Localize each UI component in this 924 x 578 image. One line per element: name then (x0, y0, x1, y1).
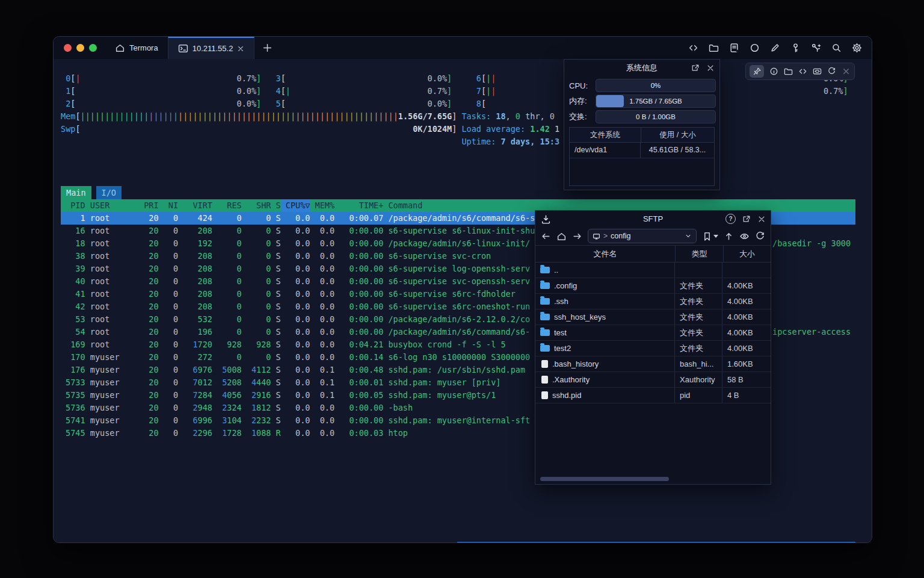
tab-session[interactable]: 10.211.55.2 (168, 37, 255, 59)
file-row[interactable]: .bash_history bash_hi... 1.60KB (535, 356, 771, 372)
process-pid: 176 (61, 364, 85, 376)
close-icon[interactable] (842, 67, 851, 76)
col-pid[interactable]: PID (61, 199, 85, 212)
download-icon[interactable] (541, 214, 551, 225)
col-pri[interactable]: PRI (134, 199, 159, 212)
file-type (675, 263, 722, 278)
back-icon[interactable] (541, 231, 551, 241)
col-time[interactable]: TIME+ (334, 199, 383, 212)
new-tab-button[interactable] (254, 37, 280, 59)
edit-pencil-icon[interactable] (770, 43, 780, 53)
folder-icon[interactable] (784, 67, 793, 76)
htop-tab-io[interactable]: I/O (96, 186, 122, 199)
traffic-lights (54, 37, 105, 59)
col-type[interactable]: 类型 (676, 246, 724, 262)
process-res: 928 (212, 338, 242, 351)
close-icon[interactable] (757, 215, 766, 223)
refresh-icon[interactable] (827, 67, 836, 76)
meter-segment: Mem (61, 110, 75, 123)
code-icon[interactable] (798, 67, 807, 76)
col-size[interactable]: 大小 (724, 246, 771, 262)
plus-icon (262, 43, 273, 53)
function-key[interactable]: F7Nice - (295, 542, 334, 543)
search-icon[interactable] (831, 43, 842, 53)
process-virt: 6996 (178, 414, 212, 427)
file-row[interactable]: .Xauthority Xauthority 58 B (535, 372, 771, 388)
up-directory-icon[interactable] (724, 231, 734, 241)
show-hidden-eye-icon[interactable] (739, 231, 750, 241)
function-key[interactable]: F2Setup (100, 542, 139, 543)
col-virt[interactable]: VIRT (178, 199, 212, 212)
terminal-line: 1[0.0%]4[|0.7%]7[||0.7%] (61, 85, 863, 98)
path-input[interactable]: > config (588, 229, 697, 243)
code-icon[interactable] (688, 43, 698, 53)
col-s[interactable]: S (271, 199, 280, 212)
filesystem-row[interactable]: /dev/vda145.61GB / 58.3... (570, 143, 714, 158)
process-user: myuser (90, 351, 134, 364)
monitor-eye-icon[interactable] (813, 67, 822, 76)
horizontal-scrollbar[interactable] (540, 477, 669, 481)
sftp-titlebar: SFTP ? (535, 211, 771, 227)
refresh-icon[interactable] (755, 231, 765, 241)
process-state: S (271, 338, 280, 351)
function-key[interactable]: F10Quit (413, 542, 457, 543)
process-pri: 20 (134, 414, 159, 427)
record-icon[interactable] (750, 43, 760, 53)
keychain-icon[interactable] (811, 43, 821, 53)
minimize-window-button[interactable] (76, 44, 84, 52)
tab-home[interactable]: Termora (105, 37, 168, 59)
filesystem-table: 文件系统 使用 / 大小 /dev/vda145.61GB / 58.3... (569, 127, 715, 186)
col-res[interactable]: RES (212, 199, 242, 212)
help-icon[interactable]: ? (725, 214, 736, 224)
file-row[interactable]: test 文件夹 4.00KB (535, 325, 771, 341)
col-user[interactable]: USER (90, 199, 134, 212)
open-in-window-icon[interactable] (691, 64, 700, 72)
forward-icon[interactable] (572, 231, 582, 241)
file-type: Xauthority (675, 372, 722, 387)
meter-segment: ] (452, 110, 457, 123)
settings-gear-icon[interactable] (852, 43, 862, 53)
process-ni: 0 (159, 300, 179, 313)
chevron-down-icon[interactable] (685, 232, 692, 240)
info-icon[interactable] (769, 67, 778, 76)
key-icon[interactable] (790, 43, 801, 53)
folder-icon[interactable] (709, 43, 719, 53)
close-tab-icon[interactable] (237, 45, 244, 52)
function-key[interactable]: F3Search (139, 542, 178, 543)
process-shr: 0 (242, 313, 271, 326)
open-in-window-icon[interactable] (742, 215, 751, 223)
fs-device: /dev/vda1 (570, 143, 641, 158)
file-row[interactable]: sshd.pid pid 4 B (535, 388, 771, 403)
log-document-icon[interactable] (729, 43, 739, 53)
function-key[interactable]: F6SortBy (256, 542, 295, 543)
caret-down-icon[interactable] (713, 235, 718, 238)
close-icon[interactable] (706, 64, 715, 72)
file-row[interactable]: ssh_host_keys 文件夹 4.00KB (535, 309, 771, 325)
file-row[interactable]: .. (535, 263, 771, 278)
function-key[interactable]: F8Nice + (334, 542, 374, 543)
col-mem[interactable]: MEM% (310, 199, 334, 212)
command-tail: ipcserver-access (772, 326, 851, 338)
meter-segment: | (286, 85, 291, 98)
zoom-window-button[interactable] (89, 44, 97, 52)
close-window-button[interactable] (64, 44, 72, 52)
col-ni[interactable]: NI (159, 199, 179, 212)
function-key[interactable]: F5Tree (217, 542, 256, 543)
home-icon[interactable] (556, 231, 567, 241)
function-key[interactable]: F1Help (61, 542, 100, 543)
col-filename[interactable]: 文件名 (535, 246, 676, 262)
col-shr[interactable]: SHR (242, 199, 271, 212)
col-cpu-sort[interactable]: CPU%▽ (281, 199, 310, 212)
process-ni: 0 (159, 263, 179, 275)
bookmark-button[interactable] (702, 231, 718, 241)
file-row[interactable]: .ssh 文件夹 4.00KB (535, 294, 771, 309)
file-row[interactable]: .config 文件夹 4.00KB (535, 278, 771, 294)
pin-button[interactable] (750, 65, 764, 78)
process-cpu: 0.0 (281, 313, 310, 326)
file-row[interactable]: test2 文件夹 4.00KB (535, 341, 771, 356)
process-ni: 0 (159, 288, 179, 300)
function-key[interactable]: F9Kill (374, 542, 413, 543)
function-key[interactable]: F4Filter (178, 542, 217, 543)
meter-segment: [ (281, 85, 286, 98)
htop-tab-main[interactable]: Main (61, 186, 91, 199)
